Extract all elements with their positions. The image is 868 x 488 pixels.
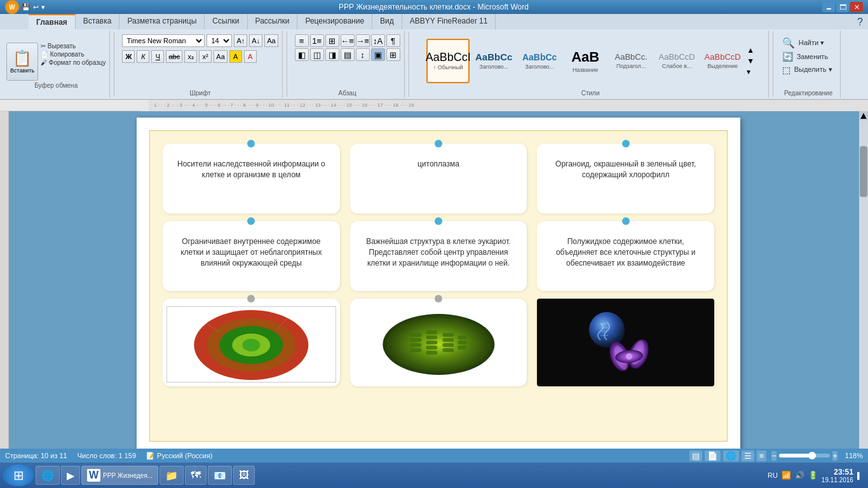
multilevel-button[interactable]: ⊞ (325, 34, 339, 47)
quick-undo[interactable]: ↩ (33, 3, 39, 11)
style-emphasis[interactable]: AaBbCcD Выделение (701, 39, 744, 83)
svg-rect-17 (426, 341, 437, 344)
increase-indent-button[interactable]: →≡ (356, 34, 370, 47)
scroll-up-button[interactable]: ▲ (859, 111, 868, 120)
justify-button[interactable]: ▤ (341, 48, 355, 61)
font-size-select[interactable]: 14 (207, 34, 232, 47)
scroll-thumb[interactable] (860, 146, 867, 197)
tab-home[interactable]: Главная (29, 14, 76, 29)
select-icon: ⬚ (782, 65, 790, 75)
taskbar-pictures[interactable]: 🖼 (233, 466, 255, 485)
bold-button[interactable]: Ж (122, 50, 135, 63)
minimize-button[interactable]: 🗕 (822, 2, 835, 12)
tab-review[interactable]: Рецензирование (297, 14, 372, 29)
view-web-button[interactable]: 🌐 (723, 451, 739, 461)
font-color2-button[interactable]: A (244, 50, 257, 63)
highlight-button[interactable]: A (229, 50, 242, 63)
close-button[interactable]: ✕ (850, 2, 863, 12)
zoom-slider-fill (779, 454, 812, 458)
start-button[interactable]: ⊞ (3, 464, 34, 486)
office-button[interactable]: W (5, 0, 19, 14)
sort-button[interactable]: ↕A (371, 34, 385, 47)
paste-button[interactable]: 📋 Вставить (6, 43, 38, 81)
tab-view[interactable]: Вид (372, 14, 402, 29)
subscript-button[interactable]: x₂ (184, 50, 197, 63)
select-button[interactable]: Выделить ▾ (792, 64, 835, 75)
ribbon: Главная Вставка Разметка страницы Ссылки… (0, 14, 868, 100)
increase-font-button[interactable]: A↑ (234, 34, 247, 47)
taskbar-explorer[interactable]: 📁 (159, 466, 184, 485)
vertical-scrollbar[interactable]: ▲ ▼ (859, 111, 868, 461)
svg-rect-18 (426, 346, 437, 349)
tab-mailings[interactable]: Рассылки (248, 14, 298, 29)
scroll-track[interactable] (859, 120, 868, 452)
view-reading-button[interactable]: 📄 (705, 451, 721, 461)
style-subtle[interactable]: AaBbCcD Слабое в... (655, 39, 698, 83)
system-clock[interactable]: 23:51 19.11.2016 (822, 468, 853, 484)
zoom-slider-thumb[interactable] (808, 452, 816, 459)
tab-insert[interactable]: Вставка (76, 14, 120, 29)
styles-scroll-down[interactable]: ▼ (747, 57, 754, 65)
font-color-button[interactable]: Аа (214, 50, 227, 63)
ribbon-help[interactable]: ? (852, 14, 868, 29)
quick-save[interactable]: 💾 (22, 3, 31, 11)
zoom-in-button[interactable]: + (832, 451, 837, 461)
taskbar-word[interactable]: W PPP Жизнедея... (81, 466, 158, 485)
tab-abbyy[interactable]: ABBYY FineReader 11 (402, 14, 496, 29)
tab-references[interactable]: Ссылки (205, 14, 247, 29)
bullets-button[interactable]: ≡ (295, 34, 309, 47)
align-left-button[interactable]: ◧ (295, 48, 309, 61)
copy-button[interactable]: 📄 Копировать (41, 51, 105, 58)
style-heading1[interactable]: AaBbCc Заголово... (472, 39, 515, 83)
taskbar-maps[interactable]: 🗺 (185, 466, 207, 485)
line-spacing-button[interactable]: ↕ (356, 48, 370, 61)
styles-scroll-up[interactable]: ▲ (747, 46, 754, 55)
replace-button[interactable]: Заменить (794, 51, 831, 62)
find-button[interactable]: Найти ▾ (796, 37, 827, 48)
style-title[interactable]: AaB Название (564, 39, 607, 83)
document-area[interactable]: Носители наследственной информации о кле… (9, 111, 868, 461)
show-formatting-button[interactable]: ¶ (386, 34, 400, 47)
taskbar-network[interactable]: 📶 (782, 471, 791, 480)
taskbar-battery[interactable]: 🔋 (808, 471, 818, 480)
show-desktop-button[interactable]: ▌ (857, 472, 862, 479)
font-group: Times New Roman 14 A↑ A↓ Aa Ж К Ч abc x₂… (118, 30, 282, 98)
taskbar-media[interactable]: ▶ (61, 466, 80, 485)
taskbar-right: RU 📶 🔊 🔋 23:51 19.11.2016 ▌ (768, 468, 865, 484)
clear-format-button[interactable]: Aa (264, 34, 278, 47)
card-cytoplasm-text: цитоплазма (417, 159, 459, 170)
taskbar-volume[interactable]: 🔊 (795, 471, 804, 480)
view-normal-button[interactable]: ▤ (689, 451, 702, 461)
zoom-slider[interactable] (779, 454, 830, 458)
underline-button[interactable]: Ч (151, 50, 164, 63)
taskbar-ie[interactable]: 🌐 (36, 466, 60, 485)
borders-button[interactable]: ⊞ (386, 48, 400, 61)
strikethrough-button[interactable]: abc (166, 50, 182, 63)
style-normal[interactable]: AaBbCcI ↑ Обычный (426, 39, 470, 83)
italic-button[interactable]: К (137, 50, 149, 63)
decrease-indent-button[interactable]: ←≡ (341, 34, 355, 47)
card-dot-5 (435, 217, 442, 225)
tab-page-layout[interactable]: Разметка страницы (119, 14, 205, 29)
superscript-button[interactable]: x² (199, 50, 212, 63)
taskbar-mail[interactable]: 📧 (208, 466, 232, 485)
shading-button[interactable]: ▣ (371, 48, 385, 61)
style-subtitle[interactable]: AaBbCc. Подзагол... (609, 39, 653, 83)
font-name-select[interactable]: Times New Roman (122, 34, 205, 47)
cut-button[interactable]: ✂ Вырезать (41, 43, 105, 50)
zoom-out-button[interactable]: − (771, 451, 776, 461)
numbering-button[interactable]: 1≡ (310, 34, 324, 47)
card-grid-row2: Ограничивает внутреннее содержимое клетк… (163, 221, 714, 291)
change-styles-button[interactable]: ▾ (747, 67, 754, 76)
style-heading2[interactable]: AaBbCc Заголово... (518, 39, 561, 83)
zoom-level[interactable]: 118% (840, 452, 863, 459)
view-outline-button[interactable]: ☰ (742, 451, 754, 461)
card-dot-img2 (435, 295, 442, 302)
decrease-font-button[interactable]: A↓ (249, 34, 262, 47)
card-dot-img1 (247, 295, 255, 302)
format-painter-button[interactable]: 🖌 Формат по образцу (41, 59, 105, 66)
maximize-button[interactable]: 🗖 (836, 2, 849, 12)
align-center-button[interactable]: ◫ (310, 48, 324, 61)
align-right-button[interactable]: ◨ (325, 48, 339, 61)
view-draft-button[interactable]: ≡ (757, 451, 767, 461)
